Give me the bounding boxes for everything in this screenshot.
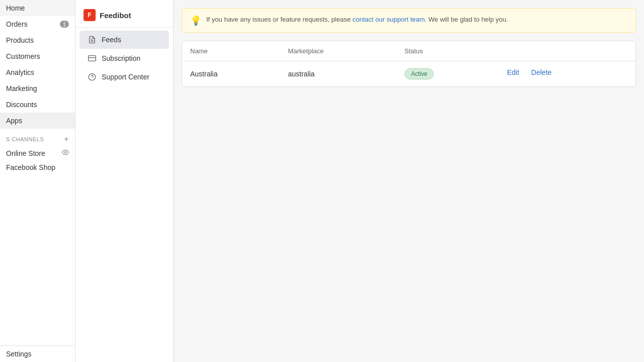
orders-badge: 1 — [60, 21, 69, 28]
feeds-table: Name Marketplace Status Australia austra… — [182, 41, 636, 87]
table-row: Australia australia Active Edit Delete — [182, 61, 635, 87]
app-logo: F — [84, 9, 96, 21]
sidebar-item-orders[interactable]: Orders 1 — [0, 16, 75, 32]
delete-button[interactable]: Delete — [531, 68, 551, 76]
feed-name: Australia — [182, 61, 280, 87]
feed-marketplace: australia — [280, 61, 396, 87]
channels-section: S CHANNELS + — [0, 129, 75, 146]
sidebar-item-customers[interactable]: Customers — [0, 48, 75, 64]
col-header-marketplace: Marketplace — [280, 41, 396, 61]
app-header: F Feedibot — [75, 4, 173, 28]
sidebar-item-discounts[interactable]: Discounts — [0, 97, 75, 113]
sub-nav-item-subscription[interactable]: Subscription — [79, 49, 169, 67]
document-icon — [88, 35, 97, 44]
edit-button[interactable]: Edit — [507, 68, 519, 76]
sidebar-item-marketing[interactable]: Marketing — [0, 80, 75, 97]
col-header-name: Name — [182, 41, 280, 61]
sidebar-channel-online-store[interactable]: Online Store — [0, 146, 75, 160]
svg-point-0 — [64, 151, 66, 153]
help-icon — [88, 72, 97, 81]
sidebar-item-apps[interactable]: Apps — [0, 113, 75, 129]
sidebar-item-products[interactable]: Products — [0, 32, 75, 48]
feed-status: Active — [396, 61, 499, 87]
feed-actions: Edit Delete — [499, 61, 635, 83]
add-channel-icon[interactable]: + — [64, 135, 69, 144]
status-badge: Active — [405, 68, 434, 79]
info-banner-text: If you have any issues or feature reques… — [206, 15, 508, 25]
sub-nav-item-support-center[interactable]: Support Center — [79, 68, 169, 86]
bulb-icon: 💡 — [190, 15, 201, 26]
app-title: Feedibot — [100, 11, 131, 20]
info-banner: 💡 If you have any issues or feature requ… — [182, 8, 636, 33]
sidebar-item-settings[interactable]: Settings — [0, 346, 75, 362]
sidebar-item-analytics[interactable]: Analytics — [0, 64, 75, 80]
card-icon — [88, 54, 97, 63]
col-header-status: Status — [396, 41, 499, 61]
sub-nav-item-feeds[interactable]: Feeds — [79, 31, 169, 49]
col-header-actions — [499, 41, 635, 61]
sidebar: Home Orders 1 Products Customers Analyti… — [0, 0, 75, 362]
eye-icon — [62, 149, 69, 157]
support-link[interactable]: contact our support team — [353, 16, 425, 23]
sidebar-bottom: Settings — [0, 345, 75, 362]
sub-nav-panel: F Feedibot Feeds Subscription — [75, 0, 174, 362]
table-header-row: Name Marketplace Status — [182, 41, 635, 61]
sidebar-channel-facebook-shop[interactable]: Facebook Shop — [0, 160, 75, 174]
sidebar-item-home[interactable]: Home — [0, 0, 75, 16]
main-content: 💡 If you have any issues or feature requ… — [174, 0, 644, 362]
svg-rect-3 — [89, 56, 96, 61]
